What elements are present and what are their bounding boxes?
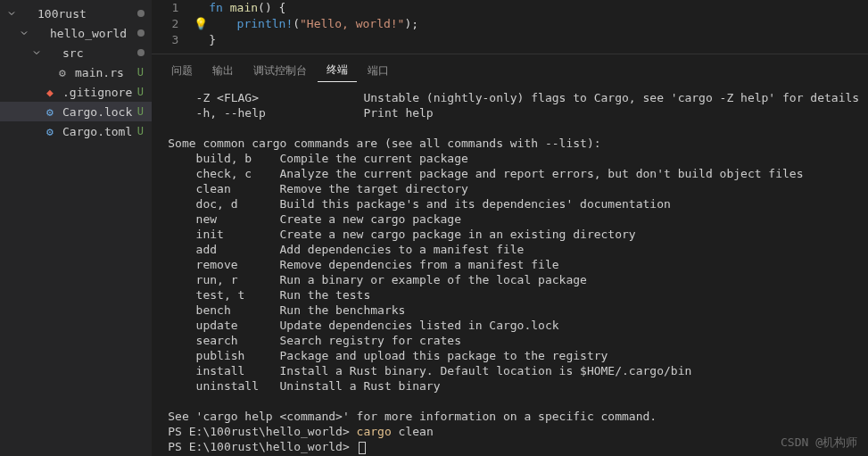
- prompt-command: cargo: [357, 425, 392, 438]
- git-status-badge: U: [136, 125, 145, 137]
- panel-tabs: 问题输出调试控制台终端端口: [152, 54, 868, 83]
- prompt-command-arg: clean: [392, 425, 434, 438]
- tree-item-src[interactable]: src: [0, 43, 152, 62]
- tree-item-label: hello_world: [50, 27, 134, 40]
- lightbulb-icon[interactable]: 💡: [194, 16, 207, 32]
- git-modified-dot: [137, 10, 145, 17]
- panel-tab-3[interactable]: 终端: [318, 59, 357, 82]
- terminal-content[interactable]: -Z <FLAG> Unstable (nightly-only) flags …: [152, 83, 868, 456]
- chevron-down-icon[interactable]: [18, 27, 30, 39]
- prompt-path: PS E:\100rust\hello_world>: [168, 425, 356, 438]
- code-line[interactable]: 1fn main() {: [152, 0, 868, 16]
- git-status-badge: U: [136, 105, 145, 118]
- code-editor[interactable]: 1fn main() {2💡 println!("Hello, world!")…: [152, 0, 868, 54]
- tree-item-label: main.rs: [75, 66, 132, 79]
- panel-tab-4[interactable]: 端口: [359, 60, 398, 82]
- terminal-cursor: [359, 442, 366, 454]
- file-explorer: 100rusthello_worldsrc⚙main.rsU◆.gitignor…: [0, 0, 152, 456]
- line-number: 2: [152, 16, 194, 32]
- tree-item-label: Cargo.toml: [62, 125, 132, 138]
- tree-item-main-rs[interactable]: ⚙main.rsU: [0, 62, 152, 82]
- chevron-down-icon[interactable]: [5, 7, 18, 20]
- bottom-panel: 问题输出调试控制台终端端口 -Z <FLAG> Unstable (nightl…: [152, 54, 868, 456]
- git-icon: ◆: [43, 85, 57, 99]
- code-line[interactable]: 3}: [152, 32, 868, 48]
- code-text: }: [209, 32, 216, 48]
- tree-item-label: Cargo.lock: [62, 105, 132, 119]
- git-modified-dot: [137, 29, 145, 37]
- code-line[interactable]: 2💡 println!("Hello, world!");: [152, 16, 868, 32]
- watermark: CSDN @机构师: [781, 435, 857, 451]
- chevron-down-icon[interactable]: [30, 46, 43, 59]
- main-area: 1fn main() {2💡 println!("Hello, world!")…: [152, 0, 868, 456]
- code-text: println!("Hello, world!");: [209, 16, 418, 32]
- git-status-badge: U: [136, 86, 145, 98]
- gear-icon: ⚙: [43, 124, 57, 138]
- tree-item-label: 100rust: [37, 7, 134, 21]
- tree-item--gitignore[interactable]: ◆.gitignoreU: [0, 82, 152, 102]
- code-text: fn main() {: [209, 0, 285, 16]
- tree-item-cargo-toml[interactable]: ⚙Cargo.tomlU: [0, 121, 152, 141]
- rust-icon: ⚙: [55, 65, 70, 79]
- git-status-badge: U: [136, 66, 145, 79]
- line-number: 3: [152, 32, 194, 48]
- tree-item-cargo-lock[interactable]: ⚙Cargo.lockU: [0, 102, 152, 121]
- panel-tab-0[interactable]: 问题: [162, 60, 202, 82]
- tree-item-label: .gitignore: [62, 86, 132, 99]
- git-modified-dot: [137, 49, 145, 56]
- line-number: 1: [152, 0, 194, 16]
- panel-tab-2[interactable]: 调试控制台: [244, 60, 316, 82]
- tree-item-hello-world[interactable]: hello_world: [0, 23, 152, 43]
- panel-tab-1[interactable]: 输出: [203, 60, 243, 82]
- prompt-path: PS E:\100rust\hello_world>: [168, 440, 356, 453]
- gear-icon: ⚙: [43, 104, 57, 119]
- tree-item-label: src: [62, 46, 134, 60]
- tree-item-100rust[interactable]: 100rust: [0, 4, 152, 23]
